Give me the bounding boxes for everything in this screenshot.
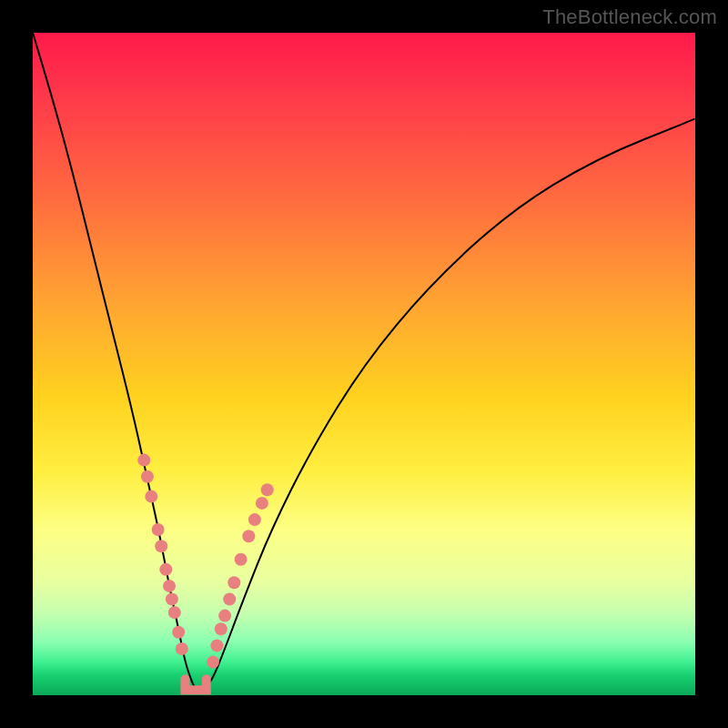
chart-svg	[33, 33, 695, 695]
marker-dot	[248, 513, 261, 526]
marker-dot	[256, 497, 268, 510]
marker-dot	[172, 626, 185, 639]
marker-dot	[210, 639, 223, 652]
marker-dot	[141, 470, 154, 483]
marker-dot	[228, 576, 240, 589]
marker-dot	[207, 656, 219, 669]
markers-right-cluster	[207, 483, 274, 668]
marker-dot	[152, 523, 165, 536]
watermark-label: TheBottleneck.com	[542, 5, 717, 29]
marker-dot	[218, 610, 231, 622]
marker-dot	[176, 642, 188, 655]
marker-dot	[235, 553, 248, 566]
marker-dot	[215, 622, 228, 635]
marker-dot	[261, 483, 274, 496]
chart-frame: TheBottleneck.com	[0, 0, 728, 728]
marker-dot	[159, 563, 172, 576]
marker-dot	[137, 454, 150, 467]
optimal-bracket-icon	[185, 679, 206, 690]
marker-dot	[168, 606, 181, 619]
marker-dot	[223, 592, 236, 605]
marker-dot	[155, 540, 167, 552]
marker-dot	[163, 580, 176, 592]
marker-dot	[166, 592, 178, 605]
bottleneck-curve	[33, 33, 695, 692]
plot-area	[33, 33, 695, 695]
marker-dot	[145, 490, 157, 503]
marker-dot	[242, 530, 255, 542]
